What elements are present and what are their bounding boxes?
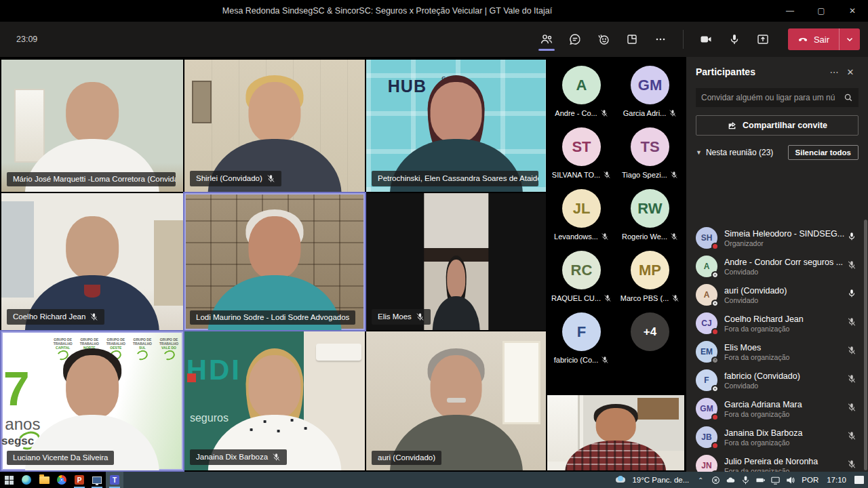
tray-onedrive-icon[interactable] — [723, 472, 738, 488]
participant-row[interactable]: F fabricio (Convidado)Convidado — [686, 366, 868, 394]
mic-muted-icon — [416, 312, 425, 321]
mic-on-icon[interactable] — [845, 232, 859, 244]
participant-row[interactable]: A auri (Convidado)Convidado — [686, 281, 868, 309]
panel-scrollbar[interactable] — [864, 220, 867, 470]
mic-muted-icon[interactable] — [845, 460, 859, 472]
section-caret-icon[interactable]: ▼ — [696, 149, 702, 156]
toolbar-divider — [683, 30, 684, 49]
participants-panel: Participantes ⋯ ✕ Compartilhar convite ▼… — [686, 57, 868, 472]
camera-button[interactable] — [693, 27, 719, 52]
presence-offline-badge — [711, 357, 719, 364]
tray-network-icon[interactable] — [768, 472, 783, 488]
video-tile-coelho[interactable]: Coelho Richard Jean — [1, 193, 183, 330]
mic-on-icon[interactable] — [845, 289, 859, 301]
language-indicator[interactable]: POR — [797, 476, 823, 484]
participant-row[interactable]: A Andre - Condor Corr seguros ...Convida… — [686, 252, 868, 281]
section-title: Nesta reunião (23) — [706, 148, 788, 157]
maximize-button[interactable]: ▢ — [806, 0, 837, 22]
audio-participant[interactable]: A Andre - Co... — [547, 60, 616, 121]
audio-participant[interactable]: F fabricio (Co... — [547, 306, 616, 368]
audio-participant[interactable]: TS Tiago Spezi... — [616, 121, 684, 183]
chat-icon — [568, 33, 582, 46]
leave-label: Sair — [814, 35, 829, 45]
invite-search-input[interactable] — [701, 93, 844, 102]
folder-icon — [39, 476, 50, 484]
breakout-rooms-button[interactable] — [619, 27, 645, 52]
video-tile-elis[interactable]: Elis Moes — [366, 193, 546, 330]
mic-muted-icon[interactable] — [845, 317, 859, 329]
video-tile-mario[interactable]: Mário José Marquetti -Loma Corretora (Co… — [1, 60, 183, 192]
video-tile-lodi[interactable]: Lodi Maurino Sodre - Lodi Sodre Advogado… — [184, 193, 365, 330]
close-button[interactable]: ✕ — [837, 0, 868, 22]
notification-center-button[interactable] — [850, 472, 868, 488]
mic-muted-icon[interactable] — [845, 431, 859, 443]
mic-muted-icon — [600, 109, 608, 117]
presence-busy-badge — [711, 243, 719, 250]
taskbar-remote-desktop-button[interactable] — [88, 472, 106, 488]
mic-button[interactable] — [722, 27, 747, 52]
self-video-tile[interactable] — [547, 395, 684, 470]
more-actions-button[interactable] — [648, 27, 673, 52]
audio-participant[interactable]: MP Marco PBS (... — [616, 245, 684, 306]
avatar: ST — [562, 127, 601, 166]
tray-chevron-up[interactable]: ⌃ — [693, 472, 708, 488]
participant-row[interactable]: SH Simeia Heleodoro - SINDSEG...Organiza… — [686, 224, 868, 252]
reactions-icon — [597, 33, 610, 46]
audio-participant[interactable]: ST SILVANA TO... — [547, 121, 616, 183]
share-screen-button[interactable] — [750, 27, 776, 52]
video-tile-auri[interactable]: auri (Convidado) — [366, 331, 546, 470]
participant-name-label: Lodi Maurino Sodre - Lodi Sodre Advogado… — [190, 310, 355, 325]
presence-busy-badge — [711, 413, 719, 421]
mic-muted-icon — [604, 294, 612, 302]
mic-muted-icon — [669, 109, 677, 117]
overflow-participants[interactable]: +4 — [616, 306, 684, 368]
participant-row[interactable]: CJ Coelho Richard JeanFora da organizaçã… — [686, 309, 868, 338]
mic-muted-icon[interactable] — [845, 374, 859, 386]
taskbar-teams-button[interactable]: T — [106, 472, 123, 488]
participants-button[interactable] — [534, 27, 559, 52]
leave-options-button[interactable] — [840, 28, 860, 50]
participant-row[interactable]: JB Janaina Dix BarbozaFora da organizaçã… — [686, 423, 868, 451]
taskbar-file-explorer-button[interactable] — [35, 472, 53, 488]
video-tile-shirlei[interactable]: Shirlei (Convidado) — [184, 60, 365, 192]
presence-unknown-badge — [711, 271, 719, 279]
tray-teams-icon[interactable] — [708, 472, 723, 488]
participant-name-label: Coelho Richard Jean — [7, 309, 104, 325]
clock[interactable]: 17:10 — [823, 476, 850, 484]
mute-all-button[interactable]: Silenciar todos — [788, 145, 859, 160]
video-tile-janaina[interactable]: HDI seguros Janaina Dix Barboza — [184, 331, 365, 470]
taskbar-chrome-button[interactable] — [53, 472, 71, 488]
panel-title: Participantes — [696, 66, 826, 77]
participant-row[interactable]: GM Garcia Adriana MaraFora da organizaçã… — [686, 394, 868, 423]
start-button[interactable] — [0, 472, 18, 488]
powerpoint-icon: P — [75, 475, 84, 485]
weather-text[interactable]: 19°C Panc. de... — [628, 476, 693, 484]
share-invite-button[interactable]: Compartilhar convite — [696, 115, 859, 136]
window-title: Mesa Redonda SindsegSC & SincorSC: Segur… — [0, 6, 774, 16]
audio-participant[interactable]: RC RAQUEL CU... — [547, 245, 616, 306]
participant-row[interactable]: EM Elis MoesFora da organização — [686, 338, 868, 366]
mic-muted-icon[interactable] — [845, 260, 859, 272]
audio-participant[interactable]: GM Garcia Adri... — [616, 60, 684, 121]
panel-close-button[interactable]: ✕ — [842, 67, 859, 77]
tray-mic-icon[interactable] — [738, 472, 753, 488]
tray-battery-icon[interactable] — [753, 472, 768, 488]
reactions-button[interactable] — [591, 27, 616, 52]
chat-button[interactable] — [562, 27, 588, 52]
leave-button[interactable]: Sair — [788, 28, 860, 50]
participant-row[interactable]: JN Julio Pereira de NoronhaFora da organ… — [686, 451, 868, 472]
taskbar-powerpoint-button[interactable]: P — [71, 472, 88, 488]
participant-list: SH Simeia Heleodoro - SINDSEG...Organiza… — [686, 224, 868, 472]
video-tile-luciano[interactable]: GRUPO DE TRABALHOCAPITAL GRUPO DE TRABAL… — [1, 331, 183, 470]
panel-more-button[interactable]: ⋯ — [826, 67, 842, 77]
tray-volume-icon[interactable] — [783, 472, 797, 488]
mic-muted-icon[interactable] — [845, 346, 859, 358]
taskbar-edge-button[interactable] — [18, 472, 35, 488]
edge-icon — [22, 475, 31, 485]
audio-participant[interactable]: RW Rogerio We... — [616, 183, 684, 245]
minimize-button[interactable]: — — [774, 0, 806, 22]
audio-participant[interactable]: JL Levandows... — [547, 183, 616, 245]
video-grid: Mário José Marquetti -Loma Corretora (Co… — [0, 57, 868, 472]
video-tile-petrochinski[interactable]: HUB Grupo Liberty Bra Petrochinski, Elen… — [366, 60, 546, 192]
mic-muted-icon[interactable] — [845, 403, 859, 415]
